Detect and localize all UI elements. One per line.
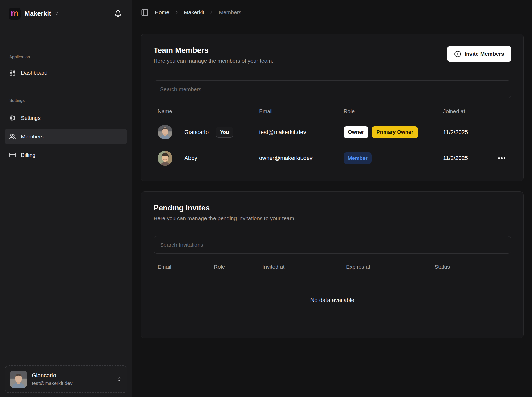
users-icon	[9, 133, 16, 140]
row-menu-ellipsis-icon[interactable]	[497, 153, 506, 163]
column-header-status: Status	[430, 264, 511, 270]
breadcrumb-home[interactable]: Home	[155, 9, 169, 16]
members-table-header: Name Email Role Joined at	[154, 103, 511, 119]
member-actions-cell	[488, 153, 511, 163]
sidebar-item-dashboard[interactable]: Dashboard	[5, 65, 127, 80]
empty-state-text: No data available	[310, 297, 354, 304]
role-badge-member: Member	[344, 152, 372, 164]
sidebar: m Makerkit Application Dashboard Setting…	[0, 0, 132, 397]
role-badge-primary-owner: Primary Owner	[372, 126, 418, 138]
sidebar-item-billing[interactable]: Billing	[5, 147, 127, 163]
breadcrumb-bar: Home Makerkit Members	[141, 0, 524, 25]
team-members-header: Team Members Here you can manage the mem…	[154, 46, 511, 64]
sidebar-item-settings[interactable]: Settings	[5, 110, 127, 126]
nav-section-settings: Settings	[9, 98, 123, 104]
table-row: Abby owner@makerkit.dev Member 11/2/2025	[154, 145, 511, 171]
member-joined-date: 11/2/2025	[443, 155, 468, 161]
avatar	[158, 125, 172, 139]
account-info: Giancarlo test@makerkit.dev	[32, 372, 73, 386]
dashboard-icon	[9, 69, 16, 76]
breadcrumb-makerkit[interactable]: Makerkit	[184, 9, 204, 16]
pending-invites-heading: Pending Invites Here you can manage the …	[154, 203, 511, 222]
pending-invites-subtitle: Here you can manage the pending invitati…	[154, 215, 511, 222]
empty-state: No data available	[154, 275, 511, 326]
team-members-card: Team Members Here you can manage the mem…	[141, 34, 524, 181]
role-badge-owner: Owner	[344, 126, 368, 138]
sidebar-item-label: Settings	[21, 115, 41, 121]
member-name: Giancarlo	[184, 129, 209, 136]
member-joined-date: 11/2/2025	[443, 129, 468, 135]
column-header-expires-at: Expires at	[342, 264, 430, 270]
member-email: owner@makerkit.dev	[259, 155, 313, 161]
member-role-cell: Owner Primary Owner	[339, 126, 439, 138]
account-menu-trigger[interactable]: Giancarlo test@makerkit.dev	[5, 365, 127, 393]
bell-icon[interactable]	[114, 10, 122, 17]
team-members-heading: Team Members Here you can manage the mem…	[154, 46, 273, 64]
workspace-selector-icon[interactable]	[54, 11, 59, 16]
nav-section-application: Application	[9, 54, 123, 60]
avatar	[10, 371, 27, 388]
column-header-name: Name	[154, 108, 255, 114]
member-name-cell: Giancarlo You	[154, 125, 255, 139]
search-members-input[interactable]	[154, 80, 511, 98]
workspace-name[interactable]: Makerkit	[25, 10, 51, 17]
plus-circle-icon	[454, 50, 461, 57]
chevron-right-icon	[209, 10, 214, 15]
column-header-role: Role	[339, 108, 439, 114]
column-header-email: Email	[255, 108, 339, 114]
chevrons-up-down-icon	[117, 377, 122, 382]
sidebar-item-members[interactable]: Members	[5, 129, 127, 144]
breadcrumb: Home Makerkit Members	[155, 9, 241, 16]
credit-card-icon	[9, 152, 16, 158]
pending-invites-card: Pending Invites Here you can manage the …	[141, 191, 524, 338]
pending-invites-title: Pending Invites	[154, 203, 511, 212]
sidebar-header: m Makerkit	[0, 0, 132, 27]
table-row: Giancarlo You test@makerkit.dev Owner Pr…	[154, 119, 511, 145]
chevron-right-icon	[174, 10, 179, 15]
member-role-cell: Member	[339, 152, 439, 164]
account-email: test@makerkit.dev	[32, 380, 73, 386]
search-invitations-input[interactable]	[154, 236, 511, 254]
account-name: Giancarlo	[32, 372, 73, 379]
main-content: Home Makerkit Members Team Members Here …	[132, 0, 532, 397]
you-badge: You	[216, 127, 233, 138]
column-header-joined: Joined at	[439, 108, 488, 114]
invite-members-label: Invite Members	[465, 51, 504, 57]
app-logo[interactable]: m	[9, 8, 21, 20]
sidebar-nav: Application Dashboard Settings Settings …	[0, 27, 132, 397]
column-header-email: Email	[154, 264, 210, 270]
app-logo-letter: m	[11, 9, 18, 17]
page-title: Team Members	[154, 46, 273, 55]
gear-icon	[9, 115, 16, 121]
avatar	[158, 151, 172, 166]
sidebar-toggle-icon[interactable]	[141, 9, 149, 16]
invite-members-button[interactable]: Invite Members	[447, 46, 511, 62]
sidebar-item-label: Members	[21, 134, 44, 140]
sidebar-item-label: Dashboard	[21, 70, 48, 76]
page-subtitle: Here you can manage the members of your …	[154, 58, 273, 64]
invites-table-header: Email Role Invited at Expires at Status	[154, 259, 511, 275]
member-email: test@makerkit.dev	[259, 129, 306, 135]
column-header-invited-at: Invited at	[258, 264, 342, 270]
column-header-role: Role	[210, 264, 258, 270]
sidebar-item-label: Billing	[21, 152, 35, 158]
member-name-cell: Abby	[154, 151, 255, 166]
breadcrumb-members: Members	[219, 9, 241, 16]
member-name: Abby	[184, 155, 197, 161]
